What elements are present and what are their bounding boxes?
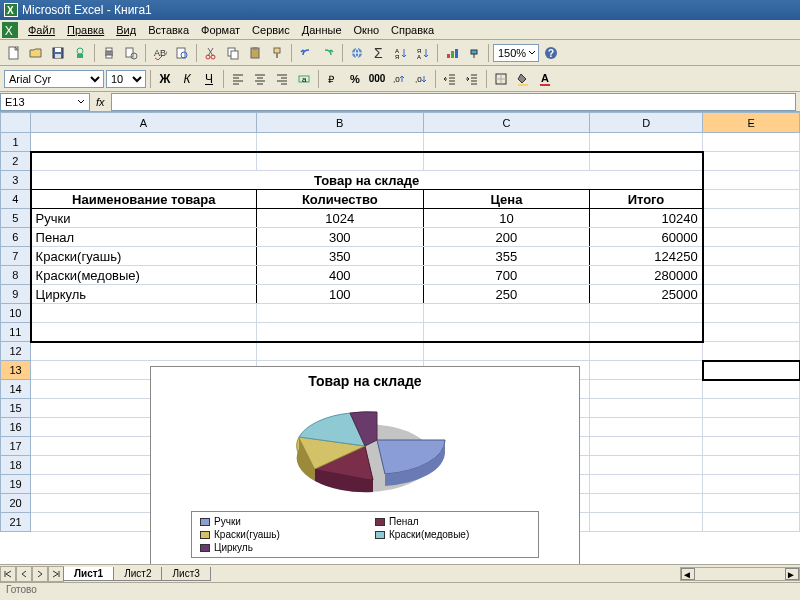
data-cell[interactable]: 25000 xyxy=(590,285,703,304)
increase-decimal-icon[interactable]: ,0 xyxy=(389,69,409,89)
print-preview-icon[interactable] xyxy=(121,43,141,63)
tab-nav-last-icon[interactable] xyxy=(48,566,64,582)
data-cell[interactable]: 100 xyxy=(256,285,423,304)
table-header-cell[interactable]: Цена xyxy=(423,190,590,209)
row-header[interactable]: 10 xyxy=(1,304,31,323)
undo-icon[interactable] xyxy=(296,43,316,63)
spell-check-icon[interactable]: ABC xyxy=(150,43,170,63)
sort-asc-icon[interactable]: AЯ xyxy=(391,43,411,63)
italic-button[interactable]: К xyxy=(177,69,197,89)
row-header[interactable]: 17 xyxy=(1,437,31,456)
menu-tools[interactable]: Сервис xyxy=(246,22,296,38)
row-header[interactable]: 1 xyxy=(1,133,31,152)
zoom-selector[interactable]: 150% xyxy=(493,44,539,62)
bold-button[interactable]: Ж xyxy=(155,69,175,89)
row-header[interactable]: 20 xyxy=(1,494,31,513)
data-cell[interactable]: 280000 xyxy=(590,266,703,285)
chart-wizard-icon[interactable] xyxy=(442,43,462,63)
format-painter-icon[interactable] xyxy=(267,43,287,63)
copy-icon[interactable] xyxy=(223,43,243,63)
data-cell[interactable]: Ручки xyxy=(31,209,257,228)
tab-nav-next-icon[interactable] xyxy=(32,566,48,582)
permission-icon[interactable] xyxy=(70,43,90,63)
fx-label[interactable]: fx xyxy=(90,96,111,108)
merge-center-icon[interactable]: a xyxy=(294,69,314,89)
decrease-decimal-icon[interactable]: ,0 xyxy=(411,69,431,89)
fill-color-icon[interactable] xyxy=(513,69,533,89)
sheet-tab[interactable]: Лист2 xyxy=(113,567,162,581)
row-header[interactable]: 9 xyxy=(1,285,31,304)
menu-help[interactable]: Справка xyxy=(385,22,440,38)
table-header-cell[interactable]: Наименование товара xyxy=(31,190,257,209)
new-doc-icon[interactable] xyxy=(4,43,24,63)
sort-desc-icon[interactable]: ЯA xyxy=(413,43,433,63)
table-header-cell[interactable]: Итого xyxy=(590,190,703,209)
scroll-right-icon[interactable]: ► xyxy=(785,568,799,580)
row-header[interactable]: 16 xyxy=(1,418,31,437)
data-cell[interactable]: 124250 xyxy=(590,247,703,266)
align-right-icon[interactable] xyxy=(272,69,292,89)
data-cell[interactable]: Пенал xyxy=(31,228,257,247)
row-header[interactable]: 11 xyxy=(1,323,31,342)
name-box[interactable]: E13 xyxy=(0,93,90,111)
row-header[interactable]: 21 xyxy=(1,513,31,532)
row-header[interactable]: 15 xyxy=(1,399,31,418)
menu-view[interactable]: Вид xyxy=(110,22,142,38)
borders-icon[interactable] xyxy=(491,69,511,89)
hyperlink-icon[interactable] xyxy=(347,43,367,63)
scroll-left-icon[interactable]: ◄ xyxy=(681,568,695,580)
row-header[interactable]: 4 xyxy=(1,190,31,209)
embedded-chart[interactable]: Товар на складе Ручки Пенал Краски(гуашь… xyxy=(150,366,580,566)
open-icon[interactable] xyxy=(26,43,46,63)
row-header[interactable]: 5 xyxy=(1,209,31,228)
row-header[interactable]: 6 xyxy=(1,228,31,247)
row-header[interactable]: 8 xyxy=(1,266,31,285)
tab-nav-prev-icon[interactable] xyxy=(16,566,32,582)
col-header-B[interactable]: B xyxy=(256,113,423,133)
autosum-icon[interactable]: Σ xyxy=(369,43,389,63)
tab-nav-first-icon[interactable] xyxy=(0,566,16,582)
sheet-tab[interactable]: Лист1 xyxy=(63,567,114,581)
menu-format[interactable]: Формат xyxy=(195,22,246,38)
data-cell[interactable]: 300 xyxy=(256,228,423,247)
data-cell[interactable]: 400 xyxy=(256,266,423,285)
select-all-corner[interactable] xyxy=(1,113,31,133)
print-icon[interactable] xyxy=(99,43,119,63)
data-cell[interactable]: 700 xyxy=(423,266,590,285)
percent-icon[interactable]: % xyxy=(345,69,365,89)
research-icon[interactable] xyxy=(172,43,192,63)
save-icon[interactable] xyxy=(48,43,68,63)
menu-edit[interactable]: Правка xyxy=(61,22,110,38)
row-header[interactable]: 7 xyxy=(1,247,31,266)
row-header[interactable]: 18 xyxy=(1,456,31,475)
redo-icon[interactable] xyxy=(318,43,338,63)
menu-window[interactable]: Окно xyxy=(348,22,386,38)
data-cell[interactable]: 250 xyxy=(423,285,590,304)
row-header[interactable]: 12 xyxy=(1,342,31,361)
paste-icon[interactable] xyxy=(245,43,265,63)
row-header[interactable]: 19 xyxy=(1,475,31,494)
decrease-indent-icon[interactable] xyxy=(440,69,460,89)
col-header-A[interactable]: A xyxy=(31,113,257,133)
table-header-cell[interactable]: Количество xyxy=(256,190,423,209)
col-header-C[interactable]: C xyxy=(423,113,590,133)
row-header[interactable]: 13 xyxy=(1,361,31,380)
sheet-tab[interactable]: Лист3 xyxy=(161,567,210,581)
help-icon[interactable]: ? xyxy=(541,43,561,63)
font-size-selector[interactable]: 10 xyxy=(106,70,146,88)
col-header-D[interactable]: D xyxy=(590,113,703,133)
data-cell[interactable]: Краски(медовые) xyxy=(31,266,257,285)
formula-input[interactable] xyxy=(111,93,796,111)
table-title-cell[interactable]: Товар на складе xyxy=(31,171,703,190)
align-center-icon[interactable] xyxy=(250,69,270,89)
currency-icon[interactable]: ₽ xyxy=(323,69,343,89)
data-cell[interactable]: 355 xyxy=(423,247,590,266)
data-cell[interactable]: 10 xyxy=(423,209,590,228)
data-cell[interactable]: 10240 xyxy=(590,209,703,228)
data-cell[interactable]: Краски(гуашь) xyxy=(31,247,257,266)
increase-indent-icon[interactable] xyxy=(462,69,482,89)
comma-style-icon[interactable]: 000 xyxy=(367,69,387,89)
menu-file[interactable]: Файл xyxy=(22,22,61,38)
selected-cell[interactable] xyxy=(703,361,800,380)
horizontal-scrollbar[interactable]: ◄ ► xyxy=(680,567,800,581)
